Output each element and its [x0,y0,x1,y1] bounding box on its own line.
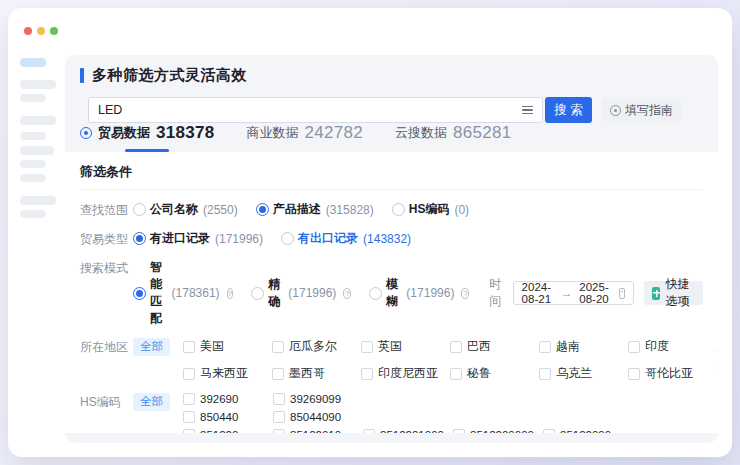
guide-label: 填写指南 [625,102,673,119]
title-accent-bar [80,68,84,83]
keyword-search-box[interactable] [88,97,543,123]
hs-all-badge[interactable]: 全部 [133,393,170,411]
trade-type-option-有出口记录[interactable]: 有出口记录(143832) [281,230,411,247]
hs-checkbox-392690[interactable]: 392690 [183,393,273,405]
trade-type-option-有进口记录[interactable]: 有进口记录(171996) [133,230,263,247]
tab-贸易数据[interactable]: 贸易数据318378 [80,123,215,152]
region-all-badge[interactable]: 全部 [133,338,170,356]
checkbox-icon[interactable] [628,341,640,353]
region-checkbox-美国[interactable]: 美国 [183,338,272,355]
ghost-pill-2 [20,94,46,102]
hs-checkbox-8512209000[interactable]: 8512209000 [453,429,543,433]
tab-商业数据[interactable]: 商业数据242782 [247,123,364,152]
option-name: 智能匹配 [150,259,167,327]
date-start[interactable]: 2024-08-21 [522,281,554,305]
hs-code-value: 392690 [200,393,238,405]
checkbox-icon[interactable] [273,393,285,405]
info-icon[interactable]: ? [227,288,233,299]
page-title: 多种筛选方式灵活高效 [92,66,247,85]
region-name: 印度尼西亚 [378,365,438,382]
hs-checkbox-85122099[interactable]: 85122099 [543,429,633,433]
search-mode-option-智能匹配[interactable]: 智能匹配(178361)? [133,259,233,327]
region-checkbox-马来西亚[interactable]: 马来西亚 [183,365,272,382]
filter-lines-icon[interactable] [522,106,533,115]
region-checkbox-印度[interactable]: 印度 [628,338,717,355]
checkbox-icon[interactable] [183,393,195,405]
date-end[interactable]: 2025-08-20 [579,281,611,305]
option-name: 产品描述 [273,201,321,218]
hs-checkbox-85122010[interactable]: 85122010 [273,429,363,433]
checkbox-icon[interactable] [273,429,285,433]
checkbox-icon[interactable] [363,429,375,433]
info-icon[interactable]: ? [461,288,469,299]
radio-selected[interactable] [256,203,269,216]
window-dot-0 [24,27,32,35]
region-name: 马来西亚 [200,365,248,382]
hs-checkbox-850440[interactable]: 850440 [183,411,273,423]
radio-unselected[interactable] [251,287,264,300]
radio-unselected[interactable] [369,287,382,300]
hs-code-value: 850440 [200,411,238,423]
radio-unselected[interactable] [133,203,146,216]
checkbox-icon[interactable] [183,341,195,353]
checkbox-icon[interactable] [183,368,195,380]
checkbox-icon[interactable] [543,429,555,433]
region-checkbox-墨西哥[interactable]: 墨西哥 [272,365,361,382]
checkbox-icon[interactable] [361,368,373,380]
date-range-picker[interactable]: 2024-08-21 → 2025-08-20 [513,281,635,305]
scope-option-HS编码[interactable]: HS编码(0) [392,201,469,218]
radio-unselected[interactable] [392,203,405,216]
checkbox-icon[interactable] [450,368,462,380]
region-expand-toggle[interactable]: 展开 [717,338,718,373]
hs-code-label: HS编码 [80,393,133,411]
checkbox-icon[interactable] [450,341,462,353]
checkbox-icon[interactable] [539,341,551,353]
hs-code-row-0: 39269039269099 [183,393,633,405]
checkbox-icon[interactable] [628,368,640,380]
filter-row-trade-type: 贸易类型 有进口记录(171996)有出口记录(143832) [80,230,703,248]
hs-checkbox-8512201000[interactable]: 8512201000 [363,429,453,433]
checkbox-icon[interactable] [539,368,551,380]
search-mode-option-模糊[interactable]: 模糊(171996)? [369,276,469,310]
filter-panel: 筛选条件 查找范围 公司名称(2550)产品描述(315828)HS编码(0) … [65,152,718,433]
radio-unselected[interactable] [281,232,294,245]
filter-row-region: 所在地区 全部 美国厄瓜多尔英国巴西越南印度马来西亚墨西哥印度尼西亚秘鲁乌克兰哥… [80,338,703,382]
region-checkbox-巴西[interactable]: 巴西 [450,338,539,355]
region-checkbox-哥伦比亚[interactable]: 哥伦比亚 [628,365,717,382]
checkbox-icon[interactable] [273,411,285,423]
checkbox-icon[interactable] [272,341,284,353]
option-name: 有进口记录 [150,230,210,247]
search-mode-option-精确[interactable]: 精确(171996)? [251,276,351,310]
region-name: 英国 [378,338,402,355]
checkbox-icon[interactable] [361,341,373,353]
region-checkbox-印度尼西亚[interactable]: 印度尼西亚 [361,365,450,382]
info-icon[interactable]: ? [343,288,351,299]
checkbox-icon[interactable] [183,429,195,433]
region-checkbox-秘鲁[interactable]: 秘鲁 [450,365,539,382]
region-checkbox-越南[interactable]: 越南 [539,338,628,355]
checkbox-icon[interactable] [453,429,465,433]
hs-code-value: 851220 [200,429,238,433]
search-button[interactable]: 搜 索 [545,97,592,123]
region-checkbox-厄瓜多尔[interactable]: 厄瓜多尔 [272,338,361,355]
radio-selected[interactable] [133,232,146,245]
hs-code-value: 85122099 [560,429,611,433]
option-count: (171996) [288,286,336,300]
region-name: 墨西哥 [289,365,325,382]
checkbox-icon[interactable] [183,411,195,423]
radio-selected[interactable] [133,287,146,300]
hs-checkbox-39269099[interactable]: 39269099 [273,393,363,405]
scope-option-公司名称[interactable]: 公司名称(2550) [133,201,238,218]
region-checkbox-乌克兰[interactable]: 乌克兰 [539,365,628,382]
hs-checkbox-851220[interactable]: 851220 [183,429,273,433]
checkbox-icon[interactable] [272,368,284,380]
keyword-search-input[interactable] [98,103,522,117]
fill-guide-link[interactable]: 填写指南 [602,99,681,121]
ghost-pill-1 [20,80,56,89]
quick-options-button[interactable]: 快捷选项 [644,281,703,305]
scope-option-产品描述[interactable]: 产品描述(315828) [256,201,374,218]
hs-checkbox-85044090[interactable]: 85044090 [273,411,363,423]
region-name: 秘鲁 [467,365,491,382]
region-checkbox-英国[interactable]: 英国 [361,338,450,355]
tab-云搜数据[interactable]: 云搜数据865281 [395,123,512,152]
